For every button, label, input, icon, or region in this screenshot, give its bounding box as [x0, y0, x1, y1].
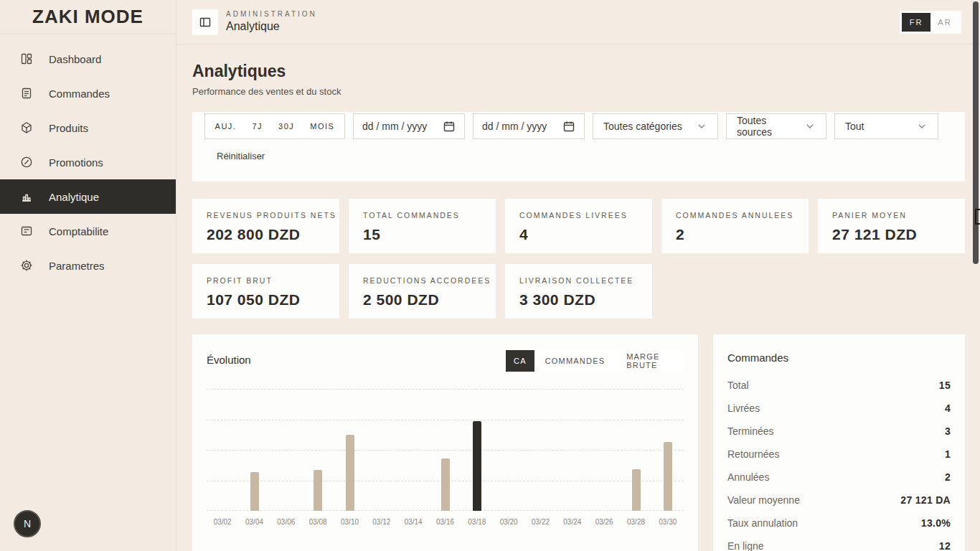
- orders-icon: [20, 87, 33, 100]
- chart-bar-03-08[interactable]: [314, 470, 322, 511]
- sidebar-item-label: Commandes: [49, 88, 110, 100]
- chart-bar-03-04[interactable]: [250, 472, 259, 511]
- date-to-input[interactable]: dd / mm / yyyy: [473, 113, 585, 139]
- x-tick-label: 03/24: [557, 518, 588, 526]
- orders-row-annulées: Annulées2: [727, 466, 951, 489]
- orders-row-valeur-moyenne: Valeur moyenne27 121 DA: [727, 489, 951, 512]
- accounting-icon: [20, 225, 33, 237]
- lang-option-fr[interactable]: FR: [902, 13, 930, 32]
- filter-select-0[interactable]: Toutes catégories: [593, 113, 718, 139]
- chart-tab-commandes[interactable]: COMMANDES: [534, 350, 616, 372]
- kpi-label: REVENUS PRODUITS NETS: [207, 211, 339, 220]
- chart-x-labels: 03/0203/0403/0603/0803/1003/1203/1403/16…: [207, 518, 684, 528]
- chart-bar-03-16[interactable]: [441, 458, 450, 511]
- select-value: Tout: [845, 121, 864, 132]
- orders-row-terminées: Terminées3: [727, 420, 951, 443]
- sidebar-item-label: Produits: [49, 122, 88, 134]
- chart-bar-03-30[interactable]: [664, 442, 672, 511]
- kpi-card-commandes-livrees: COMMANDES LIVREES4: [505, 199, 652, 253]
- orders-row-label: Retournées: [727, 448, 779, 460]
- kpi-value: 4: [519, 226, 652, 243]
- range-button-30j[interactable]: 30J: [278, 122, 294, 131]
- orders-row-total: Total15: [727, 374, 951, 397]
- orders-row-label: Annulées: [727, 471, 769, 483]
- chart-tab-marge-brute[interactable]: MARGE BRUTE: [616, 350, 684, 372]
- kpi-value: 2 500 DZD: [363, 291, 496, 309]
- orders-row-label: Taux annulation: [727, 517, 798, 529]
- kpi-value: 3 300 DZD: [519, 291, 652, 309]
- x-tick-label: 03/08: [302, 518, 334, 526]
- chevron-down-icon: [916, 121, 928, 132]
- chart-bar-03-18[interactable]: [473, 421, 481, 511]
- orders-row-value: 13.0%: [921, 517, 951, 529]
- x-tick-label: 03/06: [270, 518, 302, 526]
- analytics-icon: [20, 190, 33, 203]
- date-to-placeholder: dd / mm / yyyy: [482, 121, 547, 132]
- page-subtitle: Performance des ventes et du stock: [192, 86, 341, 97]
- range-button-mois[interactable]: MOIS: [310, 122, 334, 131]
- vertical-scrollbar-thumb[interactable]: [973, 1, 979, 264]
- panel-toggle-icon: [199, 16, 212, 29]
- sidebar-item-label: Dashboard: [49, 53, 101, 65]
- x-tick-label: 03/02: [207, 518, 238, 526]
- date-from-input[interactable]: dd / mm / yyyy: [353, 113, 465, 139]
- kpi-label: PANIER MOYEN: [832, 211, 965, 220]
- sidebar-item-produits[interactable]: Produits: [0, 110, 176, 145]
- breadcrumb-page: Analytique: [226, 20, 317, 33]
- orders-row-label: Terminées: [727, 425, 774, 437]
- x-tick-label: 03/16: [430, 518, 461, 526]
- sidebar-item-promotions[interactable]: Promotions: [0, 145, 176, 179]
- kpi-card-commandes-annulees: COMMANDES ANNULEES2: [661, 199, 809, 253]
- chart-bar-03-28[interactable]: [632, 469, 641, 511]
- calendar-icon: [562, 120, 575, 133]
- x-tick-label: 03/14: [397, 518, 429, 526]
- lang-option-ar[interactable]: AR: [930, 13, 959, 32]
- orders-row-value: 4: [945, 402, 951, 414]
- breadcrumb-section: ADMINISTRATION: [226, 10, 317, 18]
- select-value: Toutes sources: [737, 115, 804, 138]
- chart-tab-ca[interactable]: CA: [506, 350, 534, 372]
- dashboard-icon: [20, 52, 33, 65]
- x-tick-label: 03/28: [621, 518, 652, 526]
- orders-row-livrées: Livrées4: [727, 397, 951, 420]
- kpi-label: PROFIT BRUT: [207, 276, 339, 285]
- filter-select-1[interactable]: Toutes sources: [726, 113, 826, 139]
- sidebar: ZAKI MODE DashboardCommandesProduitsProm…: [0, 0, 176, 551]
- select-value: Toutes catégories: [603, 121, 682, 132]
- orders-row-label: Total: [727, 380, 749, 391]
- chevron-down-icon: [696, 121, 707, 132]
- promotions-icon: [20, 156, 33, 169]
- sidebar-nav: DashboardCommandesProduitsPromotionsAnal…: [0, 42, 176, 283]
- sidebar-item-dashboard[interactable]: Dashboard: [0, 42, 176, 76]
- avatar[interactable]: N: [14, 510, 41, 537]
- kpi-label: COMMANDES ANNULEES: [676, 211, 809, 220]
- page-title: Analytiques: [192, 62, 286, 81]
- reset-filters-link[interactable]: Réinitialiser: [217, 151, 265, 161]
- date-from-placeholder: dd / mm / yyyy: [362, 121, 427, 132]
- range-button-7j[interactable]: 7J: [252, 122, 263, 131]
- filter-bar: AUJ.7J30JMOIS dd / mm / yyyy dd / mm / y…: [192, 112, 965, 182]
- sidebar-toggle-button[interactable]: [192, 9, 218, 35]
- range-button-auj[interactable]: AUJ.: [215, 122, 237, 131]
- orders-row-value: 3: [945, 425, 951, 437]
- filter-select-2[interactable]: Tout: [834, 113, 938, 139]
- sidebar-item-comptabilite[interactable]: Comptabilite: [0, 214, 176, 248]
- orders-row-value: 15: [939, 380, 951, 391]
- sidebar-item-analytique[interactable]: Analytique: [0, 179, 176, 214]
- main-content: Analytiques Performance des ventes et du…: [176, 44, 980, 551]
- products-icon: [20, 121, 33, 134]
- filter-controls: AUJ.7J30JMOIS dd / mm / yyyy dd / mm / y…: [204, 113, 938, 139]
- orders-row-value: 2: [945, 471, 951, 483]
- orders-row-taux-annulation: Taux annulation13.0%: [727, 512, 951, 534]
- chart-bar-03-10[interactable]: [346, 435, 354, 511]
- kpi-value: 107 050 DZD: [207, 291, 339, 309]
- sidebar-item-commandes[interactable]: Commandes: [0, 76, 176, 110]
- sidebar-item-parametres[interactable]: Parametres: [0, 248, 176, 283]
- kpi-card-panier-moyen: PANIER MOYEN27 121 DZD: [818, 199, 965, 253]
- sidebar-item-label: Analytique: [49, 191, 99, 203]
- kpi-value: 27 121 DZD: [832, 226, 965, 243]
- brand-logo: ZAKI MODE: [0, 0, 176, 34]
- gridline: [207, 389, 684, 390]
- orders-row-value: 12: [939, 540, 951, 551]
- topbar: ADMINISTRATION Analytique FRAR: [176, 0, 980, 44]
